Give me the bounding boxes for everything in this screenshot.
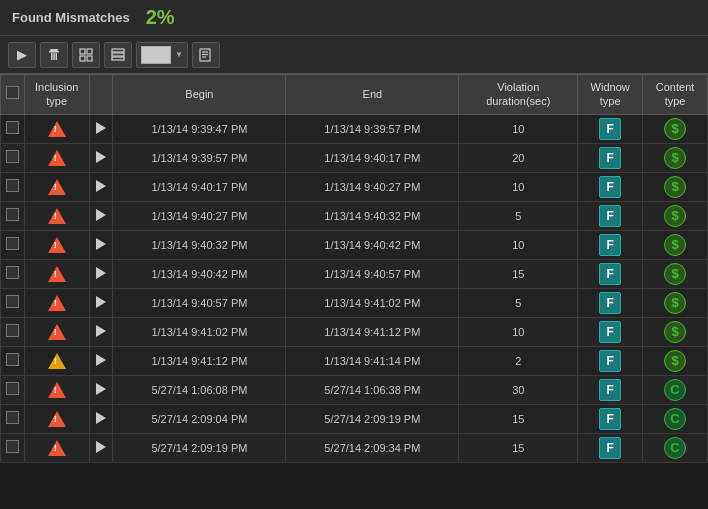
row-warning-cell — [24, 317, 89, 346]
table-row: 1/13/14 9:40:32 PM1/13/14 9:40:42 PM10F$ — [1, 230, 708, 259]
row-warning-cell — [24, 172, 89, 201]
export-button[interactable] — [192, 42, 220, 68]
row-play-button[interactable] — [96, 151, 106, 163]
row-checkbox-cell — [1, 114, 25, 143]
row-begin: 1/13/14 9:41:12 PM — [113, 346, 286, 375]
row-content-type: C — [643, 404, 708, 433]
table-row: 1/13/14 9:39:57 PM1/13/14 9:40:17 PM20F$ — [1, 143, 708, 172]
row-end: 1/13/14 9:41:12 PM — [286, 317, 459, 346]
row-begin: 1/13/14 9:40:32 PM — [113, 230, 286, 259]
row-play-button[interactable] — [96, 412, 106, 424]
color-dropdown[interactable]: ▼ — [136, 42, 188, 68]
row-widow-type: F — [578, 288, 643, 317]
row-play-button[interactable] — [96, 267, 106, 279]
table-row: 1/13/14 9:39:47 PM1/13/14 9:39:57 PM10F$ — [1, 114, 708, 143]
row-warning-cell — [24, 288, 89, 317]
widow-f-badge: F — [599, 176, 621, 198]
row-play-button[interactable] — [96, 325, 106, 337]
row-widow-type: F — [578, 172, 643, 201]
row-duration: 10 — [459, 230, 578, 259]
widow-f-badge: F — [599, 437, 621, 459]
row-begin: 1/13/14 9:39:57 PM — [113, 143, 286, 172]
row-checkbox[interactable] — [6, 179, 19, 192]
table-view-button[interactable] — [104, 42, 132, 68]
table-row: 5/27/14 2:09:19 PM5/27/14 2:09:34 PM15FC — [1, 433, 708, 462]
row-widow-type: F — [578, 201, 643, 230]
row-duration: 30 — [459, 375, 578, 404]
row-warning-cell — [24, 114, 89, 143]
row-content-type: C — [643, 375, 708, 404]
row-checkbox[interactable] — [6, 440, 19, 453]
content-dollar-badge: $ — [664, 263, 686, 285]
row-begin: 5/27/14 2:09:19 PM — [113, 433, 286, 462]
svg-rect-8 — [87, 56, 92, 61]
widow-f-badge: F — [599, 147, 621, 169]
row-play-button[interactable] — [96, 209, 106, 221]
red-warning-icon — [47, 438, 67, 458]
row-play-cell — [89, 288, 113, 317]
results-table-container: Inclusiontype Begin End Violationduratio… — [0, 74, 708, 509]
row-begin: 5/27/14 1:06:08 PM — [113, 375, 286, 404]
grid-view-button[interactable] — [72, 42, 100, 68]
row-play-cell — [89, 433, 113, 462]
widow-f-badge: F — [599, 205, 621, 227]
row-play-button[interactable] — [96, 238, 106, 250]
row-checkbox[interactable] — [6, 411, 19, 424]
table-row: 1/13/14 9:41:02 PM1/13/14 9:41:12 PM10F$ — [1, 317, 708, 346]
row-checkbox-cell — [1, 201, 25, 230]
select-all-checkbox[interactable] — [6, 86, 19, 99]
row-checkbox[interactable] — [6, 324, 19, 337]
row-checkbox[interactable] — [6, 150, 19, 163]
table-row: 5/27/14 2:09:04 PM5/27/14 2:09:19 PM15FC — [1, 404, 708, 433]
svg-rect-7 — [80, 56, 85, 61]
delete-toolbar-button[interactable] — [40, 42, 68, 68]
row-play-cell — [89, 317, 113, 346]
results-table: Inclusiontype Begin End Violationduratio… — [0, 74, 708, 463]
row-begin: 5/27/14 2:09:04 PM — [113, 404, 286, 433]
dropdown-arrow-icon: ▼ — [175, 50, 183, 59]
row-end: 1/13/14 9:40:27 PM — [286, 172, 459, 201]
content-c-badge: C — [664, 408, 686, 430]
play-toolbar-button[interactable]: ▶ — [8, 42, 36, 68]
header-checkbox[interactable] — [1, 75, 25, 115]
row-play-button[interactable] — [96, 354, 106, 366]
mismatch-percent: 2% — [146, 6, 175, 29]
row-duration: 15 — [459, 259, 578, 288]
row-play-button[interactable] — [96, 383, 106, 395]
row-play-cell — [89, 259, 113, 288]
yellow-warning-icon — [47, 351, 67, 371]
svg-rect-6 — [87, 49, 92, 54]
row-checkbox[interactable] — [6, 266, 19, 279]
row-play-button[interactable] — [96, 180, 106, 192]
row-checkbox-cell — [1, 259, 25, 288]
row-widow-type: F — [578, 375, 643, 404]
color-swatch — [141, 46, 171, 64]
row-widow-type: F — [578, 346, 643, 375]
row-play-button[interactable] — [96, 441, 106, 453]
svg-rect-1 — [51, 53, 53, 60]
row-checkbox[interactable] — [6, 295, 19, 308]
red-warning-icon — [47, 380, 67, 400]
red-warning-icon — [47, 264, 67, 284]
table-row: 1/13/14 9:40:42 PM1/13/14 9:40:57 PM15F$ — [1, 259, 708, 288]
table-row: 1/13/14 9:40:27 PM1/13/14 9:40:32 PM5F$ — [1, 201, 708, 230]
row-checkbox[interactable] — [6, 382, 19, 395]
row-content-type: $ — [643, 114, 708, 143]
svg-rect-3 — [56, 53, 58, 60]
row-checkbox[interactable] — [6, 121, 19, 134]
widow-f-badge: F — [599, 234, 621, 256]
widow-f-badge: F — [599, 263, 621, 285]
row-duration: 2 — [459, 346, 578, 375]
row-checkbox[interactable] — [6, 353, 19, 366]
row-checkbox[interactable] — [6, 237, 19, 250]
row-play-button[interactable] — [96, 122, 106, 134]
row-play-button[interactable] — [96, 296, 106, 308]
row-content-type: $ — [643, 288, 708, 317]
svg-rect-11 — [112, 57, 124, 60]
red-warning-icon — [47, 293, 67, 313]
header-violation-duration: Violationduration(sec) — [459, 75, 578, 115]
content-dollar-badge: $ — [664, 350, 686, 372]
row-checkbox-cell — [1, 288, 25, 317]
row-checkbox[interactable] — [6, 208, 19, 221]
red-warning-icon — [47, 322, 67, 342]
